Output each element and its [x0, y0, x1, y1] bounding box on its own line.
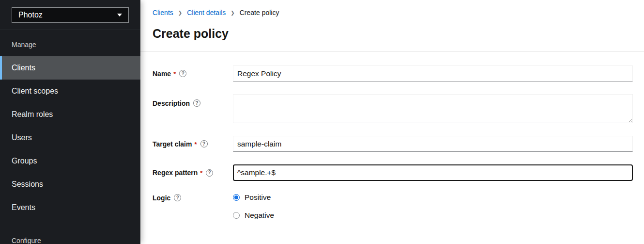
angle-right-icon: ❯: [178, 9, 182, 17]
form-row-description: Description ?: [153, 94, 633, 123]
question-circle-icon[interactable]: ?: [200, 140, 208, 147]
sidebar-item-clients[interactable]: Clients: [0, 56, 140, 80]
radio-selected-icon[interactable]: [233, 194, 240, 201]
form-row-logic: Logic ? Positive Negative: [153, 194, 633, 219]
description-textarea[interactable]: [233, 94, 633, 123]
name-label-group: Name * ?: [153, 65, 233, 81]
description-label-group: Description ?: [153, 94, 233, 123]
sidebar-item-label: Users: [12, 133, 32, 142]
breadcrumb-link-clients[interactable]: Clients: [153, 9, 173, 16]
form-row-name: Name * ?: [153, 65, 633, 81]
question-circle-icon[interactable]: ?: [174, 194, 181, 201]
target-claim-label-group: Target claim * ?: [153, 136, 233, 152]
sidebar-item-label: Events: [12, 203, 35, 212]
form-row-regex-pattern: Regex pattern * ?: [153, 164, 633, 181]
radio-option-positive[interactable]: Positive: [233, 194, 274, 201]
sidebar-item-users[interactable]: Users: [0, 126, 140, 149]
radio-unselected-icon[interactable]: [233, 212, 240, 219]
breadcrumb: Clients ❯ Client details ❯ Create policy: [153, 0, 633, 16]
realm-selector-label: Photoz: [18, 11, 43, 19]
name-label: Name: [153, 70, 171, 78]
name-input[interactable]: [233, 65, 633, 81]
required-asterisk: *: [173, 70, 176, 78]
question-circle-icon[interactable]: ?: [193, 99, 200, 107]
sidebar-item-events[interactable]: Events: [0, 196, 140, 219]
sidebar-item-sessions[interactable]: Sessions: [0, 173, 140, 196]
realm-selector[interactable]: Photoz: [12, 7, 129, 23]
sidebar-item-realm-roles[interactable]: Realm roles: [0, 103, 140, 126]
main-content: Clients ❯ Client details ❯ Create policy…: [140, 0, 644, 244]
sidebar-item-label: Groups: [12, 157, 37, 165]
sidebar-section-manage: Manage: [12, 41, 140, 49]
regex-pattern-label-group: Regex pattern * ?: [153, 164, 233, 181]
required-asterisk: *: [194, 141, 197, 148]
question-circle-icon[interactable]: ?: [179, 70, 186, 77]
target-claim-input[interactable]: [233, 136, 633, 152]
page-title: Create policy: [153, 27, 633, 40]
title-divider: [140, 51, 644, 51]
description-label: Description: [153, 99, 190, 107]
sidebar-item-groups[interactable]: Groups: [0, 149, 140, 173]
logic-label: Logic: [153, 194, 170, 202]
sidebar-item-label: Sessions: [12, 180, 43, 189]
sidebar-section-configure: Configure: [12, 237, 140, 244]
create-policy-form: Name * ? Description ? Target claim * ?: [153, 65, 633, 219]
regex-pattern-label: Regex pattern: [153, 169, 198, 177]
sidebar-item-label: Client scopes: [12, 87, 58, 96]
realm-selector-area: Photoz: [0, 0, 140, 30]
radio-option-negative[interactable]: Negative: [233, 211, 274, 219]
breadcrumb-current: Create policy: [240, 9, 279, 16]
sidebar-item-label: Realm roles: [12, 110, 53, 119]
caret-down-icon: [117, 14, 122, 16]
sidebar-item-label: Clients: [12, 64, 35, 72]
angle-right-icon: ❯: [230, 9, 234, 17]
target-claim-label: Target claim: [153, 140, 192, 148]
logic-radio-group: Positive Negative: [233, 194, 274, 219]
radio-positive-label[interactable]: Positive: [245, 194, 271, 201]
sidebar: Photoz Manage Clients Client scopes Real…: [0, 0, 140, 244]
sidebar-item-client-scopes[interactable]: Client scopes: [0, 80, 140, 103]
regex-pattern-input[interactable]: [233, 164, 633, 181]
sidebar-nav: Clients Client scopes Realm roles Users …: [0, 56, 140, 219]
logic-label-group: Logic ?: [153, 194, 233, 219]
question-circle-icon[interactable]: ?: [206, 169, 213, 177]
required-asterisk: *: [200, 169, 202, 177]
radio-negative-label[interactable]: Negative: [245, 211, 274, 219]
breadcrumb-link-client-details[interactable]: Client details: [187, 9, 226, 16]
form-row-target-claim: Target claim * ?: [153, 136, 633, 152]
